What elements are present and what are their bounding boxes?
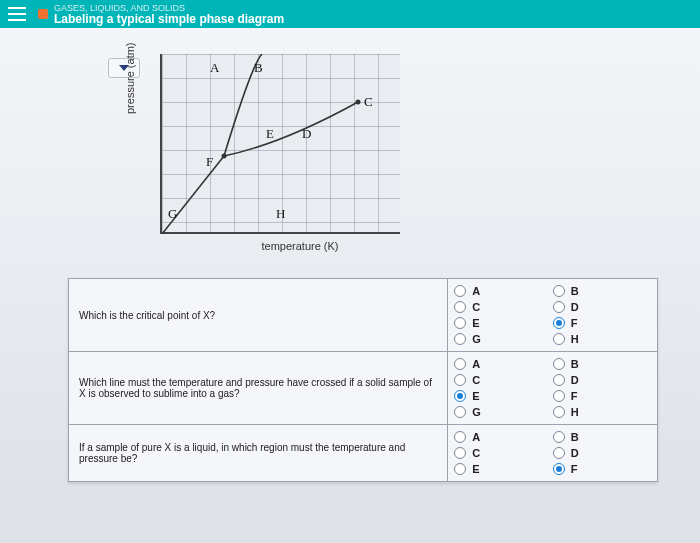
option: F xyxy=(553,388,651,404)
option-label: C xyxy=(472,301,480,313)
option-label: B xyxy=(571,285,579,297)
option-label: F xyxy=(571,463,578,475)
label-a: A xyxy=(210,60,219,76)
x-axis-label: temperature (K) xyxy=(150,240,450,252)
option: F xyxy=(553,315,651,331)
page-title: Labeling a typical simple phase diagram xyxy=(54,13,284,25)
radio-e[interactable] xyxy=(454,317,466,329)
radio-b[interactable] xyxy=(553,431,565,443)
option-label: B xyxy=(571,431,579,443)
option: B xyxy=(553,356,651,372)
answer-options: ABCDEF xyxy=(448,425,658,482)
option-label: F xyxy=(571,390,578,402)
option-label: D xyxy=(571,301,579,313)
option: C xyxy=(454,372,552,388)
option-label: G xyxy=(472,406,481,418)
option-label: D xyxy=(571,374,579,386)
question-row: Which is the critical point of X?ABCDEFG… xyxy=(69,279,658,352)
option-label: G xyxy=(472,333,481,345)
option-label: E xyxy=(472,390,479,402)
option: C xyxy=(454,445,552,461)
option: E xyxy=(454,461,552,477)
option: H xyxy=(553,331,651,347)
option-label: H xyxy=(571,333,579,345)
radio-a[interactable] xyxy=(454,431,466,443)
option: F xyxy=(553,461,651,477)
radio-f[interactable] xyxy=(553,390,565,402)
radio-e[interactable] xyxy=(454,463,466,475)
option: G xyxy=(454,331,552,347)
radio-c[interactable] xyxy=(454,447,466,459)
option: D xyxy=(553,445,651,461)
option-label: E xyxy=(472,463,479,475)
radio-b[interactable] xyxy=(553,358,565,370)
option-label: F xyxy=(571,317,578,329)
option-label: A xyxy=(472,358,480,370)
option-label: E xyxy=(472,317,479,329)
radio-f[interactable] xyxy=(553,463,565,475)
radio-c[interactable] xyxy=(454,301,466,313)
app-header: GASES, LIQUIDS, AND SOLIDS Labeling a ty… xyxy=(0,0,700,28)
option: E xyxy=(454,388,552,404)
option: H xyxy=(553,404,651,420)
option-label: A xyxy=(472,431,480,443)
option: A xyxy=(454,356,552,372)
option-label: A xyxy=(472,285,480,297)
point-critical xyxy=(356,100,361,105)
option: D xyxy=(553,372,651,388)
label-h: H xyxy=(276,206,285,222)
radio-c[interactable] xyxy=(454,374,466,386)
question-text: If a sample of pure X is a liquid, in wh… xyxy=(69,425,448,482)
label-b: B xyxy=(254,60,263,76)
point-triple xyxy=(222,154,227,159)
content-area: pressure (atm) A B C D E F G H temperatu… xyxy=(0,28,700,543)
y-axis-label: pressure (atm) xyxy=(124,42,136,114)
question-table: Which is the critical point of X?ABCDEFG… xyxy=(68,278,658,482)
module-chip-icon xyxy=(38,9,48,19)
radio-e[interactable] xyxy=(454,390,466,402)
label-g: G xyxy=(168,206,177,222)
question-row: If a sample of pure X is a liquid, in wh… xyxy=(69,425,658,482)
label-f: F xyxy=(206,154,213,170)
radio-d[interactable] xyxy=(553,301,565,313)
radio-h[interactable] xyxy=(553,333,565,345)
option: D xyxy=(553,299,651,315)
question-text: Which is the critical point of X? xyxy=(69,279,448,352)
diagram-grid: A B C D E F G H xyxy=(160,54,400,234)
radio-g[interactable] xyxy=(454,333,466,345)
option: G xyxy=(454,404,552,420)
option: C xyxy=(454,299,552,315)
answer-options: ABCDEFGH xyxy=(448,352,658,425)
radio-b[interactable] xyxy=(553,285,565,297)
option-label: C xyxy=(472,374,480,386)
radio-f[interactable] xyxy=(553,317,565,329)
radio-d[interactable] xyxy=(553,374,565,386)
question-text: Which line must the temperature and pres… xyxy=(69,352,448,425)
menu-icon[interactable] xyxy=(8,7,26,21)
phase-diagram: pressure (atm) A B C D E F G H temperatu… xyxy=(150,54,450,252)
option: E xyxy=(454,315,552,331)
option-label: B xyxy=(571,358,579,370)
label-c: C xyxy=(364,94,373,110)
option-label: D xyxy=(571,447,579,459)
radio-h[interactable] xyxy=(553,406,565,418)
option-label: H xyxy=(571,406,579,418)
option: A xyxy=(454,429,552,445)
option-label: C xyxy=(472,447,480,459)
radio-d[interactable] xyxy=(553,447,565,459)
option: A xyxy=(454,283,552,299)
radio-a[interactable] xyxy=(454,285,466,297)
option: B xyxy=(553,283,651,299)
label-e: E xyxy=(266,126,274,142)
radio-g[interactable] xyxy=(454,406,466,418)
option: B xyxy=(553,429,651,445)
radio-a[interactable] xyxy=(454,358,466,370)
answer-options: ABCDEFGH xyxy=(448,279,658,352)
question-row: Which line must the temperature and pres… xyxy=(69,352,658,425)
label-d: D xyxy=(302,126,311,142)
